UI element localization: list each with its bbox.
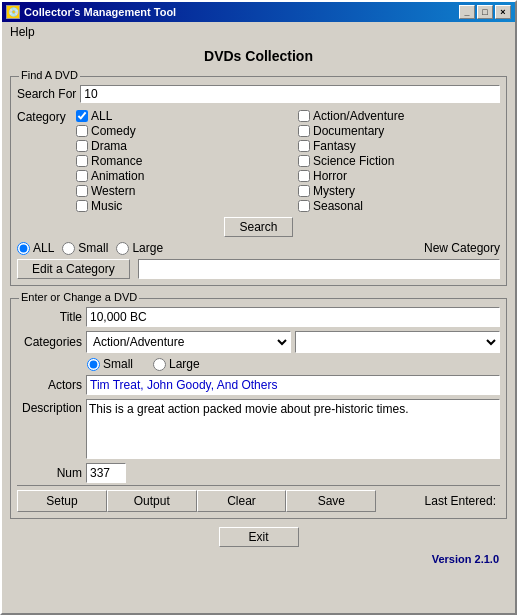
title-bar: 💿 Collector's Management Tool _ □ ×: [2, 2, 515, 22]
cat-drama-checkbox[interactable]: [76, 140, 88, 152]
new-category-input[interactable]: [138, 259, 500, 279]
search-row: Search For: [17, 85, 500, 103]
page-title: DVDs Collection: [10, 46, 507, 66]
size-all-input[interactable]: [17, 242, 30, 255]
num-input[interactable]: [86, 463, 126, 483]
category-label: Category: [17, 109, 72, 124]
maximize-button[interactable]: □: [477, 5, 493, 19]
cat-mystery-checkbox[interactable]: [298, 185, 310, 197]
size-all-radio: ALL: [17, 241, 54, 255]
dvd-large-input[interactable]: [153, 358, 166, 371]
dvd-small-radio: Small: [87, 357, 133, 371]
cat-scifi-label: Science Fiction: [313, 154, 394, 168]
cat-comedy-label: Comedy: [91, 124, 136, 138]
cat-western-label: Western: [91, 184, 135, 198]
cat-romance: Romance: [76, 154, 278, 168]
dvd-small-input[interactable]: [87, 358, 100, 371]
dvd-large-radio: Large: [153, 357, 200, 371]
cat-documentary-checkbox[interactable]: [298, 125, 310, 137]
description-textarea[interactable]: This is a great action packed movie abou…: [86, 399, 500, 459]
edit-newcat-row: Edit a Category: [17, 259, 500, 279]
cat-mystery: Mystery: [298, 184, 500, 198]
exit-button[interactable]: Exit: [219, 527, 299, 547]
version-row: Version 2.1.0: [10, 553, 507, 567]
cat-mystery-label: Mystery: [313, 184, 355, 198]
cat-music: Music: [76, 199, 278, 213]
enter-dvd-group: Enter or Change a DVD Title Categories A…: [10, 298, 507, 519]
clear-button[interactable]: Clear: [197, 490, 287, 512]
cat-seasonal-checkbox[interactable]: [298, 200, 310, 212]
enter-dvd-label: Enter or Change a DVD: [19, 291, 139, 303]
categories-grid: ALL Action/Adventure Comedy Documentary: [76, 109, 500, 213]
cat-horror-checkbox[interactable]: [298, 170, 310, 182]
cat-all-label: ALL: [91, 109, 112, 123]
search-input[interactable]: [80, 85, 500, 103]
cat-action-checkbox[interactable]: [298, 110, 310, 122]
setup-button[interactable]: Setup: [17, 490, 107, 512]
cat-drama: Drama: [76, 139, 278, 153]
cat-animation: Animation: [76, 169, 278, 183]
cat-music-checkbox[interactable]: [76, 200, 88, 212]
cat-action: Action/Adventure: [298, 109, 500, 123]
title-row: Title: [17, 307, 500, 327]
dvd-large-label: Large: [169, 357, 200, 371]
cat-documentary: Documentary: [298, 124, 500, 138]
cat-scifi: Science Fiction: [298, 154, 500, 168]
cat-fantasy-checkbox[interactable]: [298, 140, 310, 152]
find-dvd-label: Find A DVD: [19, 69, 80, 81]
save-button[interactable]: Save: [286, 490, 376, 512]
last-entered-label: Last Entered:: [376, 494, 500, 508]
cat-seasonal: Seasonal: [298, 199, 500, 213]
cat-animation-label: Animation: [91, 169, 144, 183]
actors-input[interactable]: [86, 375, 500, 395]
exit-row: Exit: [10, 523, 507, 549]
categories-row1: Categories Action/Adventure Comedy Drama…: [17, 331, 500, 353]
dvd-size-radio-row: Small Large: [87, 357, 500, 371]
cat-scifi-checkbox[interactable]: [298, 155, 310, 167]
size-small-label: Small: [78, 241, 108, 255]
cat-comedy: Comedy: [76, 124, 278, 138]
size-large-label: Large: [132, 241, 163, 255]
dvd-small-label: Small: [103, 357, 133, 371]
size-radio-group: ALL Small Large: [17, 241, 424, 255]
title-input[interactable]: [86, 307, 500, 327]
cat-fantasy: Fantasy: [298, 139, 500, 153]
main-content: DVDs Collection Find A DVD Search For Ca…: [2, 42, 515, 613]
cat-documentary-label: Documentary: [313, 124, 384, 138]
cat-animation-checkbox[interactable]: [76, 170, 88, 182]
size-all-label: ALL: [33, 241, 54, 255]
search-button[interactable]: Search: [224, 217, 292, 237]
search-btn-row: Search: [17, 217, 500, 237]
size-large-input[interactable]: [116, 242, 129, 255]
cat-all-checkbox[interactable]: [76, 110, 88, 122]
cat-fantasy-label: Fantasy: [313, 139, 356, 153]
edit-category-button[interactable]: Edit a Category: [17, 259, 130, 279]
cat-romance-label: Romance: [91, 154, 142, 168]
title-label: Title: [17, 310, 82, 324]
minimize-button[interactable]: _: [459, 5, 475, 19]
size-small-input[interactable]: [62, 242, 75, 255]
menu-help[interactable]: Help: [6, 24, 39, 40]
version-label: Version 2.1.0: [432, 553, 499, 565]
cat-music-label: Music: [91, 199, 122, 213]
size-small-radio: Small: [62, 241, 108, 255]
categories-label: Categories: [17, 335, 82, 349]
cat-comedy-checkbox[interactable]: [76, 125, 88, 137]
cat-seasonal-label: Seasonal: [313, 199, 363, 213]
cat-romance-checkbox[interactable]: [76, 155, 88, 167]
find-dvd-group: Find A DVD Search For Category ALL: [10, 76, 507, 286]
cat-all: ALL: [76, 109, 278, 123]
close-button[interactable]: ×: [495, 5, 511, 19]
cat-western-checkbox[interactable]: [76, 185, 88, 197]
category2-select[interactable]: [295, 331, 500, 353]
category-row: Category ALL Action/Adventure Comedy: [17, 109, 500, 213]
cat-western: Western: [76, 184, 278, 198]
search-for-label: Search For: [17, 87, 76, 101]
window-title: Collector's Management Tool: [24, 6, 176, 18]
output-button[interactable]: Output: [107, 490, 197, 512]
size-newcat-row: ALL Small Large New Category: [17, 241, 500, 255]
main-window: 💿 Collector's Management Tool _ □ × Help…: [0, 0, 517, 615]
category1-select[interactable]: Action/Adventure Comedy Drama Romance An…: [86, 331, 291, 353]
cat-horror-label: Horror: [313, 169, 347, 183]
size-large-radio: Large: [116, 241, 163, 255]
